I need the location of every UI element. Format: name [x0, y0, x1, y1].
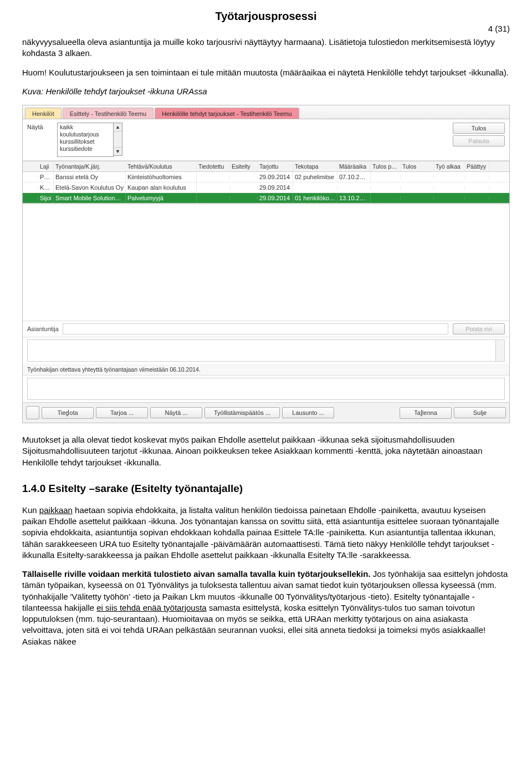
tyollistamispaatos-button[interactable]: Työllistämispäätös ... — [204, 407, 280, 418]
page-number: 4 (31) — [22, 24, 510, 33]
filter-option[interactable]: kaikk — [58, 124, 113, 131]
textarea-scrollbar[interactable] — [495, 340, 504, 361]
col-maaraaika: Määräaika — [337, 161, 371, 171]
listbox-scrollbar[interactable]: ▲ ▼ — [114, 123, 122, 156]
asiantuntija-input[interactable] — [63, 323, 448, 334]
comment-textarea[interactable] — [27, 339, 505, 362]
col-esitelty: Esitelty — [230, 161, 258, 171]
table-row[interactable]: Paik Banssi etelä Oy Kiinteistöhuoltomie… — [23, 172, 509, 182]
col-laji: Laji — [38, 161, 54, 171]
scroll-down-icon[interactable]: ▼ — [114, 147, 122, 155]
col-tarjottu: Tarjottu — [258, 161, 293, 171]
paragraph-intro-2: Huom! Koulutustarjoukseen ja sen toimint… — [22, 67, 510, 78]
link-ei-enaa[interactable]: ei siis tehdä enää työtarjousta — [96, 603, 206, 612]
tab-esittely[interactable]: Esittely - Testihenkilö Teemu — [63, 108, 154, 119]
filter-option[interactable]: kurssillitokset — [58, 138, 113, 145]
screenshot-panel: Henkilöt Esittely - Testihenkilö Teemu H… — [22, 105, 510, 423]
scroll-up-icon[interactable]: ▲ — [114, 123, 122, 131]
table-row-selected[interactable]: Sijoi Smart Mobile Solutions Finland Oy … — [23, 193, 509, 204]
offers-table: Laji Työnantaja/K.järj. Tehtävä/Koulutus… — [23, 161, 509, 204]
section-heading: 1.4.0 Esitelty –sarake (Esitelty työnant… — [22, 483, 510, 495]
p3-lead: Kun — [22, 505, 39, 515]
paragraph-3: Kun paikkaan haetaan sopivia ehdokkaita,… — [22, 505, 510, 561]
sulje-button[interactable]: Sulje — [454, 407, 506, 418]
tiedota-button[interactable]: Tieḏota — [42, 407, 94, 419]
tallenna-button[interactable]: Taḻlenna — [400, 407, 452, 419]
table-header: Laji Työnantaja/K.järj. Tehtävä/Koulutus… — [23, 161, 509, 172]
table-empty-area — [23, 204, 509, 321]
action-icon[interactable] — [26, 406, 39, 419]
tab-henkilot[interactable]: Henkilöt — [25, 108, 62, 119]
filter-option[interactable]: koulutustarjous — [58, 131, 113, 138]
palauta-button[interactable]: Palauta — [453, 135, 505, 146]
paragraph-intro-1: näkyvyysalueella oleva asiantuntija ja m… — [22, 37, 510, 59]
paragraph-after-img: Muutokset ja alla olevat tiedot koskevat… — [22, 434, 510, 468]
figure-caption: Kuva: Henkilölle tehdyt tarjoukset -ikku… — [22, 86, 510, 97]
poista-rivi-button[interactable]: Poista rivi — [453, 323, 505, 334]
col-paattyy: Päättyy — [465, 161, 489, 171]
asiantuntija-label: Asiantuntija — [27, 326, 63, 332]
col-tulos: Tulos — [401, 161, 434, 171]
p4-bold: Tällaiselle riville voidaan merkitä tulo… — [22, 569, 371, 579]
nayta-button[interactable]: Näytä ... — [150, 407, 202, 418]
col-tiedotettu: Tiedotettu — [197, 161, 230, 171]
filter-listbox[interactable]: kaikk koulutustarjous kurssillitokset ku… — [57, 123, 114, 157]
link-paikkaan[interactable]: paikkaan — [39, 505, 73, 515]
tab-bar: Henkilöt Esittely - Testihenkilö Teemu H… — [23, 105, 509, 119]
tulos-button[interactable]: Tulos — [453, 123, 505, 134]
tarjoa-button[interactable]: Tarjoa ... — [96, 407, 148, 418]
filter-toolbar: Näytä kaikk koulutustarjous kurssillitok… — [23, 119, 509, 161]
col-tyo-alkaa: Työ alkaa — [434, 161, 465, 171]
col — [23, 165, 38, 168]
page-title: Työtarjousprosessi — [22, 10, 510, 23]
col-org: Työnantaja/K.järj. — [54, 161, 126, 171]
p3-rest: haetaan sopivia ehdokkaita, ja listalta … — [22, 505, 499, 560]
status-text: Työnhakijan otettava yhteyttä työnantaja… — [23, 364, 509, 376]
col-task: Tehtävä/Koulutus — [126, 161, 197, 171]
tab-tarjoukset[interactable]: Henkilölle tehdyt tarjoukset - Testihenk… — [155, 108, 299, 119]
col-tekotapa: Tekotapa — [293, 161, 337, 171]
filter-label: Näytä — [27, 123, 57, 130]
filter-option[interactable]: kurssitiedote — [58, 145, 113, 153]
lower-textarea[interactable] — [27, 378, 505, 400]
asiantuntija-row: Asiantuntija Poista rivi — [23, 321, 509, 337]
action-bar: Tieḏota Tarjoa ... Näytä ... Työllistämi… — [23, 402, 509, 423]
col-tulos-pvm: Tulos pvm — [371, 161, 401, 171]
paragraph-4: Tällaiselle riville voidaan merkitä tulo… — [22, 569, 510, 647]
lausunto-button[interactable]: Lausunto ... — [282, 407, 334, 418]
table-row[interactable]: Kurs Etelä-Savon Koulutus Oy Kaupan alan… — [23, 182, 509, 193]
